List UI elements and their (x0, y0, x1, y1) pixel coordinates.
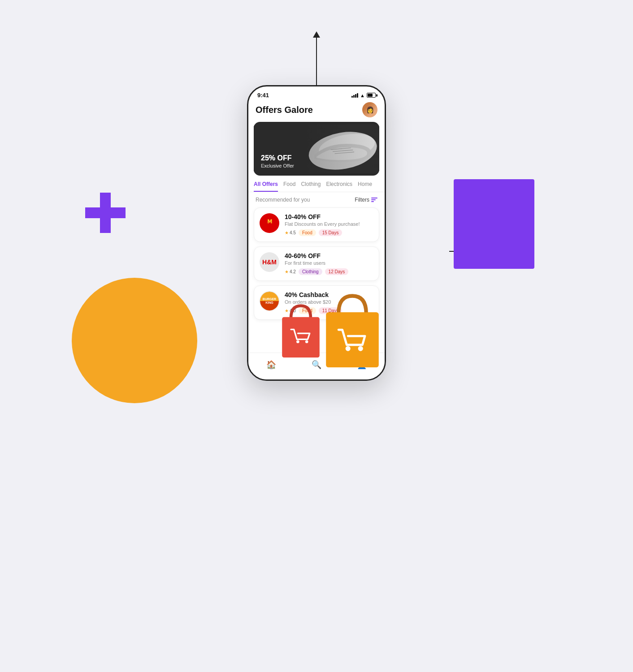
filters-label: Filters (355, 197, 369, 203)
rating-value-mcd: 4.5 (290, 230, 296, 235)
wifi-icon: ▲ (360, 93, 365, 98)
filter-row: Recommended for you Filters (248, 192, 385, 207)
offer-discount-mcd: 10-40% OFF (285, 213, 373, 220)
search-icon: 🔍 (312, 360, 321, 370)
offer-discount-bk: 40% Cashback (285, 291, 373, 298)
battery-icon (367, 93, 376, 98)
nav-profile[interactable]: 👤 (357, 360, 367, 370)
recommended-label: Recommended for you (256, 197, 310, 203)
tab-all-offers[interactable]: All Offers (254, 181, 278, 192)
avatar-image: 👩 (362, 102, 377, 117)
filters-button[interactable]: Filters (355, 197, 377, 203)
hero-subtitle-label: Exclusive Offer (261, 163, 294, 168)
app-header: Offers Galore 👩 (248, 100, 385, 122)
hero-text-overlay: 25% OFF Exclusive Offer (261, 154, 294, 168)
offer-tags-hm: ★ 4.2 Clothing 12 Days (285, 268, 373, 275)
offer-discount-hm: 40-60% OFF (285, 252, 373, 259)
phone-screen: 9:41 ▲ Offers Galore 👩 25% OFF Exclu (247, 85, 386, 381)
category-tag-bk: Food (299, 307, 316, 314)
mcd-logo: ᴹ (260, 213, 279, 233)
rating-hm: ★ 4.2 (285, 269, 296, 274)
purple-cross (85, 193, 126, 233)
offer-card-mcd[interactable]: ᴹ 10-40% OFF Flat Discounts on Every pur… (254, 207, 379, 242)
star-icon-bk: ★ (285, 308, 289, 313)
days-tag-bk: 11 Days (319, 307, 343, 314)
category-tabs: All Offers Food Clothing Electronics Hom… (248, 176, 385, 192)
hm-logo: H&M (260, 252, 279, 272)
nav-search[interactable]: 🔍 (312, 360, 321, 370)
nav-home[interactable]: 🏠 (266, 360, 276, 370)
bottom-nav: 🏠 🔍 👤 (248, 353, 385, 379)
purple-rect (454, 179, 534, 269)
tab-food[interactable]: Food (283, 181, 295, 192)
star-icon-hm: ★ (285, 269, 289, 274)
rating-mcd: ★ 4.5 (285, 230, 296, 235)
offer-card-bk[interactable]: BURGERKING 40% Cashback On orders above … (254, 285, 379, 320)
hero-banner[interactable]: 25% OFF Exclusive Offer (254, 122, 379, 176)
filter-lines-icon (371, 198, 377, 202)
offer-info-bk: 40% Cashback On orders above $20 ★ 4.0 F… (285, 291, 373, 314)
days-tag-mcd: 15 Days (319, 229, 343, 236)
bk-inner: BURGERKING (260, 292, 279, 310)
offer-tags-mcd: ★ 4.5 Food 15 Days (285, 229, 373, 236)
tab-clothing[interactable]: Clothing (301, 181, 321, 192)
phone-mockup: 9:41 ▲ Offers Galore 👩 25% OFF Exclu (247, 85, 386, 381)
rating-value-hm: 4.2 (290, 269, 296, 274)
offer-desc-bk: On orders above $20 (285, 299, 373, 305)
profile-icon: 👤 (357, 360, 367, 370)
signal-icon (351, 93, 358, 98)
tab-electronics[interactable]: Electronics (326, 181, 352, 192)
yellow-circle (72, 278, 197, 403)
category-tag-hm: Clothing (299, 268, 322, 275)
offer-info-mcd: 10-40% OFF Flat Discounts on Every purch… (285, 213, 373, 236)
offers-list: ᴹ 10-40% OFF Flat Discounts on Every pur… (248, 207, 385, 320)
app-title: Offers Galore (256, 105, 313, 115)
bk-logo: BURGERKING (260, 291, 279, 311)
category-tag-mcd: Food (299, 229, 316, 236)
offer-card-hm[interactable]: H&M 40-60% OFF For first time users ★ 4.… (254, 246, 379, 281)
status-icons: ▲ (351, 93, 376, 98)
home-icon: 🏠 (266, 360, 276, 370)
rating-value-bk: 4.0 (290, 308, 296, 313)
rating-bk: ★ 4.0 (285, 308, 296, 313)
tab-home[interactable]: Home (358, 181, 372, 192)
offer-desc-hm: For first time users (285, 260, 373, 266)
offer-info-hm: 40-60% OFF For first time users ★ 4.2 Cl… (285, 252, 373, 275)
days-tag-hm: 12 Days (325, 268, 349, 275)
status-time: 9:41 (257, 92, 269, 99)
offer-tags-bk: ★ 4.0 Food 11 Days (285, 307, 373, 314)
status-bar: 9:41 ▲ (248, 86, 385, 100)
hero-discount-label: 25% OFF (261, 154, 294, 162)
star-icon: ★ (285, 230, 289, 235)
offer-desc-mcd: Flat Discounts on Every purchase! (285, 221, 373, 227)
user-avatar[interactable]: 👩 (362, 102, 377, 117)
